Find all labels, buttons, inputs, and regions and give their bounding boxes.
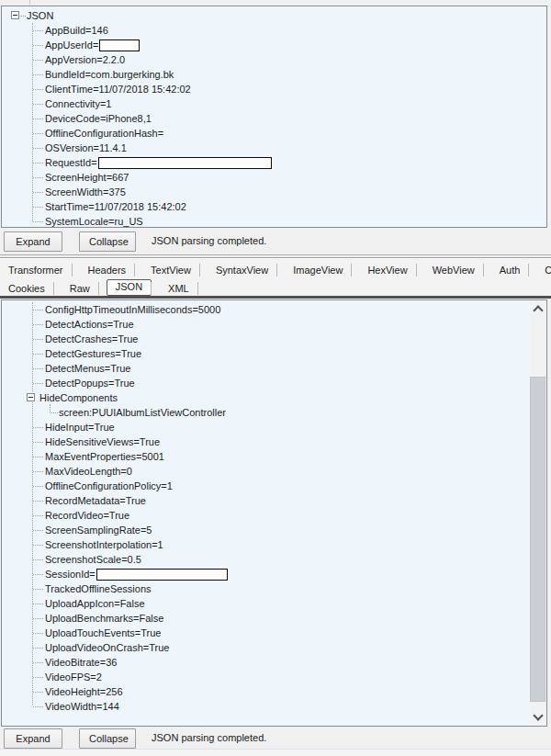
expand-all-button[interactable]: Expand All <box>4 231 62 252</box>
tree-node[interactable]: TrackedOfflineSessions <box>2 581 530 596</box>
tree-branch-line <box>33 706 43 707</box>
collapse-minus-icon[interactable] <box>27 393 35 401</box>
collapse-button[interactable]: Collapse <box>79 728 136 749</box>
tree-branch-line <box>33 545 43 546</box>
tree-branch-line <box>33 177 43 178</box>
tab-webview[interactable]: WebView <box>424 263 483 277</box>
tree-node[interactable]: RecordMetadata=True <box>2 493 530 508</box>
tree-node[interactable]: DetectGestures=True <box>2 346 530 361</box>
tab-cookies[interactable]: Cookies <box>0 281 53 296</box>
tabstrip-remnant <box>29 0 30 5</box>
tab-textview[interactable]: TextView <box>142 263 199 277</box>
tree-node[interactable]: DetectActions=True <box>2 317 530 332</box>
scrollbar-thumb[interactable] <box>530 377 545 702</box>
tab-xml[interactable]: XML <box>160 281 197 296</box>
tree-node-label: VideoFPS=2 <box>45 670 102 684</box>
tree-node[interactable]: ScreenHeight=667 <box>2 170 546 185</box>
tree-branch-line <box>33 148 43 149</box>
tree-node[interactable]: HideComponents <box>2 390 530 405</box>
tree-node-label: ScreenSamplingRate=5 <box>45 523 152 537</box>
tree-node[interactable]: VideoHeight=256 <box>2 684 530 699</box>
tree-node[interactable]: AppUserId= <box>2 38 546 52</box>
tree-node[interactable]: DeviceCode=iPhone8,1 <box>2 111 546 126</box>
tree-node[interactable]: UploadTouchEvents=True <box>2 626 530 640</box>
tree-node[interactable]: MaxVideoLength=0 <box>2 464 530 479</box>
response-json-tree: ConfigHttpTimeoutInMilliseconds=5000Dete… <box>2 302 530 714</box>
tree-node[interactable]: UploadVideoOnCrash=True <box>2 640 530 655</box>
collapse-minus-icon[interactable] <box>11 11 19 19</box>
tree-node-label: UploadTouchEvents=True <box>45 626 161 640</box>
tree-node[interactable]: MaxEventProperties=5001 <box>2 449 530 464</box>
tree-node[interactable]: SystemLocale=ru_US <box>2 214 546 229</box>
tree-branch-line <box>33 457 43 457</box>
tree-node[interactable]: DetectMenus=True <box>2 361 530 376</box>
tree-node-label: DetectActions=True <box>45 317 134 332</box>
tree-node-label: SystemLocale=ru_US <box>45 214 143 229</box>
tree-node[interactable]: ScreenWidth=375 <box>2 185 546 199</box>
tab-auth[interactable]: Auth <box>491 263 529 277</box>
tree-node[interactable]: VideoFPS=2 <box>2 670 530 684</box>
tree-node[interactable]: RequestId= <box>2 155 546 170</box>
tree-node[interactable]: AppBuild=146 <box>2 23 546 38</box>
tree-node[interactable]: OSVersion=11.4.1 <box>2 141 546 155</box>
tree-branch-line <box>33 677 43 678</box>
request-json-tree-panel: JSONAppBuild=146AppUserId=AppVersion=2.2… <box>1 6 547 228</box>
tree-branch-line <box>33 89 43 90</box>
tree-node[interactable]: RecordVideo=True <box>2 508 530 523</box>
tree-node[interactable]: DetectPopups=True <box>2 376 530 390</box>
tree-node[interactable]: Connectivity=1 <box>2 96 546 111</box>
request-json-tree: JSONAppBuild=146AppUserId=AppVersion=2.2… <box>2 8 546 229</box>
tree-node[interactable]: UploadAppIcon=False <box>2 596 530 611</box>
response-json-tree-panel: ConfigHttpTimeoutInMilliseconds=5000Dete… <box>1 299 547 727</box>
tree-node[interactable]: DetectCrashes=True <box>2 332 530 346</box>
tree-node[interactable]: StartTime=11/07/2018 15:42:02 <box>2 199 546 214</box>
tree-node-label: ScreenHeight=667 <box>45 170 129 185</box>
tree-node[interactable]: ScreenSamplingRate=5 <box>2 523 530 537</box>
tab-syntaxview[interactable]: SyntaxView <box>208 263 276 277</box>
tree-branch-line <box>33 692 43 693</box>
tab-transformer[interactable]: Transformer <box>0 263 72 277</box>
tab-imageview[interactable]: ImageView <box>285 263 351 277</box>
tree-node[interactable]: screen:PUUIAlbumListViewController <box>2 405 530 420</box>
tree-node[interactable]: OfflineConfigurationPolicy=1 <box>2 479 530 493</box>
response-inspector-tabstrip: TransformerHeadersTextViewSyntaxViewImag… <box>0 258 551 299</box>
tree-branch-line <box>33 471 43 472</box>
tree-branch-line <box>50 404 58 413</box>
tree-node[interactable]: ScreenshotInterpolation=1 <box>2 537 530 552</box>
tree-node-label: VideoWidth=144 <box>45 699 119 714</box>
inspector-tab-row-1: TransformerHeadersTextViewSyntaxViewImag… <box>0 260 551 279</box>
tree-node-label: ConfigHttpTimeoutInMilliseconds=5000 <box>45 302 220 317</box>
tree-branch-line <box>33 501 43 502</box>
tree-node-label: VideoBitrate=36 <box>45 655 117 670</box>
tree-node[interactable]: SessionId= <box>2 567 530 581</box>
collapse-button[interactable]: Collapse <box>79 231 136 252</box>
tree-node[interactable]: OfflineConfigurationHash= <box>2 126 546 141</box>
tab-caching[interactable]: Caching <box>536 263 551 277</box>
tree-node[interactable]: UploadBenchmarks=False <box>2 611 530 626</box>
tree-node[interactable]: JSON <box>2 8 546 23</box>
tree-branch-line <box>33 618 43 619</box>
tree-node[interactable]: ConfigHttpTimeoutInMilliseconds=5000 <box>2 302 530 317</box>
tree-node[interactable]: ScreenshotScale=0.5 <box>2 552 530 567</box>
tree-branch-line <box>33 118 43 119</box>
expand-all-button[interactable]: Expand All <box>4 728 62 749</box>
scroll-up-button[interactable] <box>530 301 545 317</box>
tree-node-label: UploadBenchmarks=False <box>45 611 163 626</box>
tab-hexview[interactable]: HexView <box>359 263 415 277</box>
tab-json[interactable]: JSON <box>107 279 152 296</box>
tree-branch-line <box>33 60 43 61</box>
tree-node[interactable]: VideoWidth=144 <box>2 699 530 714</box>
tree-node[interactable]: HideSensitiveViews=True <box>2 434 530 449</box>
tree-node-label: ScreenWidth=375 <box>45 185 126 199</box>
tree-node[interactable]: ClientTime=11/07/2018 15:42:02 <box>2 82 546 96</box>
scroll-down-button[interactable] <box>530 709 545 725</box>
tree-node[interactable]: HideInput=True <box>2 420 530 434</box>
tree-node-label: HideInput=True <box>45 420 115 434</box>
tab-headers[interactable]: Headers <box>80 263 135 277</box>
tree-node[interactable]: BundleId=com.burgerking.bk <box>2 67 546 82</box>
tree-node[interactable]: AppVersion=2.2.0 <box>2 52 546 67</box>
tab-raw[interactable]: Raw <box>62 281 98 296</box>
tree-node[interactable]: VideoBitrate=36 <box>2 655 530 670</box>
response-toolbar: Expand All Collapse JSON parsing complet… <box>0 727 551 749</box>
vertical-scrollbar[interactable] <box>530 301 545 725</box>
